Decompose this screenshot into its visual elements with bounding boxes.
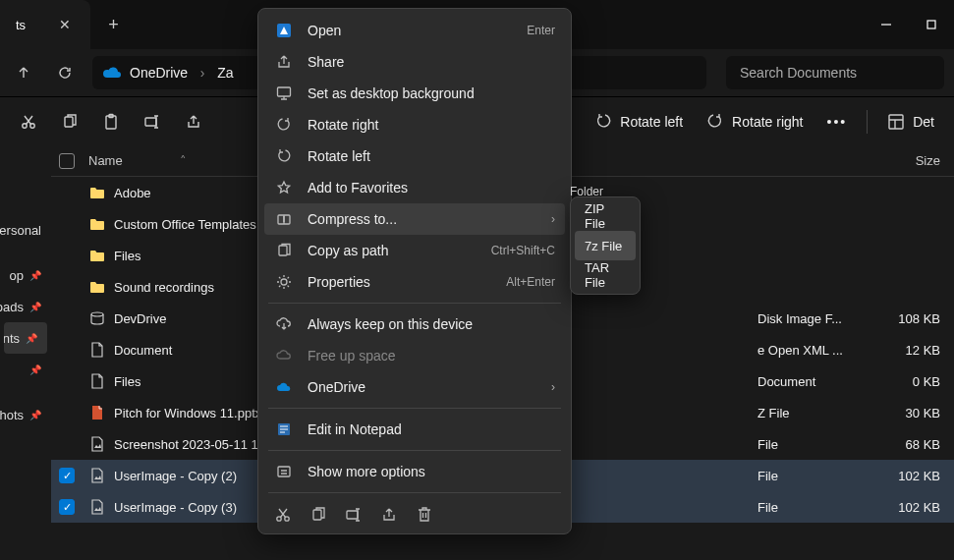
file-size: 102 KB: [875, 500, 954, 515]
sub-7z[interactable]: 7z File: [575, 231, 636, 260]
ctx-open[interactable]: Open Enter: [264, 15, 565, 46]
share-button[interactable]: [175, 104, 212, 140]
context-mini-toolbar: [264, 498, 565, 528]
file-type: Document: [758, 374, 875, 389]
maximize-button[interactable]: [909, 0, 954, 49]
cut-icon[interactable]: [274, 506, 292, 524]
new-tab-button[interactable]: +: [90, 15, 137, 35]
file-size: 30 KB: [875, 406, 954, 420]
rename-icon[interactable]: [345, 506, 363, 524]
rename-button[interactable]: [134, 104, 171, 140]
ctx-properties[interactable]: Properties Alt+Enter: [264, 266, 565, 298]
breadcrumb-item[interactable]: Za: [217, 65, 233, 81]
sidebar-item[interactable]: [0, 183, 51, 214]
ctx-notepad[interactable]: Edit in Notepad: [264, 414, 565, 445]
sub-zip[interactable]: ZIP File: [575, 201, 636, 231]
folder-icon: [88, 186, 106, 199]
breadcrumb-onedrive[interactable]: OneDrive: [130, 65, 188, 81]
ctx-free-space: Free up space: [264, 340, 565, 371]
ctx-rotate-right[interactable]: Rotate right: [264, 109, 565, 140]
file-type: e Open XML ...: [758, 343, 875, 358]
folder-icon: [88, 280, 106, 294]
more-button[interactable]: •••: [816, 104, 857, 140]
file-size: 102 KB: [875, 469, 954, 483]
ctx-copy-path[interactable]: Copy as path Ctrl+Shift+C: [264, 235, 565, 266]
svg-point-14: [281, 279, 287, 285]
file-type: File: [758, 437, 875, 452]
delete-icon[interactable]: [416, 506, 433, 524]
drive-icon: [88, 311, 106, 325]
more-icon: [274, 464, 294, 479]
sub-tar[interactable]: TAR File: [575, 260, 636, 290]
file-name: DevDrive: [114, 311, 166, 326]
sort-chevron-icon: ˄: [180, 153, 187, 168]
file-name: UserImage - Copy (3): [114, 500, 237, 515]
paste-button[interactable]: [92, 104, 130, 140]
svg-rect-11: [278, 87, 291, 96]
file-type: Disk Image F...: [758, 311, 875, 326]
sidebar-item[interactable]: [0, 151, 51, 183]
tab-close-icon[interactable]: ✕: [55, 13, 75, 36]
file-type: File: [758, 469, 875, 483]
search-input[interactable]: Search Documents: [726, 56, 944, 89]
pin-icon: 📌: [26, 333, 37, 344]
open-icon: [274, 23, 294, 38]
share-icon[interactable]: [380, 506, 398, 524]
rotate-right-button[interactable]: Rotate right: [697, 104, 813, 140]
ctx-set-background[interactable]: Set as desktop background: [264, 78, 565, 109]
file-name: UserImage - Copy (2): [114, 469, 237, 483]
file-name: Files: [114, 249, 140, 263]
row-checkbox[interactable]: ✓: [59, 468, 75, 483]
file-size: 12 KB: [875, 343, 954, 358]
copy-icon[interactable]: [309, 506, 327, 524]
cloud-down-icon: [274, 316, 294, 332]
pin-icon: 📌: [29, 270, 41, 281]
file-name: Sound recordings: [114, 280, 214, 295]
img-icon: [88, 499, 106, 515]
chevron-right-icon: ›: [551, 212, 555, 226]
file-name: Pitch for Windows 11.pptx: [114, 406, 261, 420]
star-icon: [274, 180, 294, 196]
onedrive-icon: [274, 381, 294, 393]
select-all-checkbox[interactable]: [59, 153, 75, 169]
rotate-right-icon: [274, 117, 294, 133]
svg-rect-19: [313, 510, 321, 520]
row-checkbox[interactable]: ✓: [59, 499, 75, 515]
pin-icon: 📌: [29, 302, 41, 312]
ctx-rotate-left[interactable]: Rotate left: [264, 140, 565, 172]
file-size: 68 KB: [875, 437, 954, 452]
col-name-header[interactable]: Name: [88, 153, 123, 168]
copy-button[interactable]: [51, 104, 88, 140]
minimize-button[interactable]: [864, 0, 909, 49]
sidebar-item[interactable]: ashots📌: [0, 399, 51, 430]
separator: [268, 450, 561, 451]
details-view-button[interactable]: Det: [877, 104, 944, 140]
ctx-onedrive[interactable]: OneDrive ›: [264, 371, 565, 403]
ctx-more-options[interactable]: Show more options: [264, 456, 565, 487]
ctx-favorites[interactable]: Add to Favorites: [264, 172, 565, 203]
sidebar-item[interactable]: op📌: [0, 259, 51, 291]
compress-submenu: ZIP File 7z File TAR File: [570, 196, 641, 295]
svg-point-9: [91, 312, 103, 316]
browser-tab[interactable]: ts ✕: [0, 0, 90, 49]
cut-button[interactable]: [10, 104, 47, 140]
divider: [867, 110, 868, 134]
rotate-left-icon: [274, 148, 294, 164]
refresh-icon[interactable]: [51, 59, 79, 86]
sidebar-item[interactable]: Personal: [0, 214, 51, 246]
file-name: Custom Office Templates: [114, 217, 256, 232]
ctx-share[interactable]: Share: [264, 46, 565, 78]
sidebar-item-documents[interactable]: ments📌: [4, 322, 47, 354]
sidebar-item[interactable]: oads📌: [0, 291, 51, 322]
desktop-icon: [274, 85, 294, 101]
svg-rect-4: [65, 117, 73, 127]
col-size-header[interactable]: Size: [916, 153, 940, 168]
svg-rect-13: [279, 246, 287, 255]
context-menu: Open Enter Share Set as desktop backgrou…: [257, 8, 572, 534]
up-icon[interactable]: [10, 59, 37, 86]
sidebar-item[interactable]: 📌: [0, 354, 51, 385]
compress-icon: [274, 211, 294, 227]
rotate-left-button[interactable]: Rotate left: [585, 104, 693, 140]
ctx-keep-on-device[interactable]: Always keep on this device: [264, 308, 565, 340]
ctx-compress[interactable]: Compress to... ›: [264, 203, 565, 235]
